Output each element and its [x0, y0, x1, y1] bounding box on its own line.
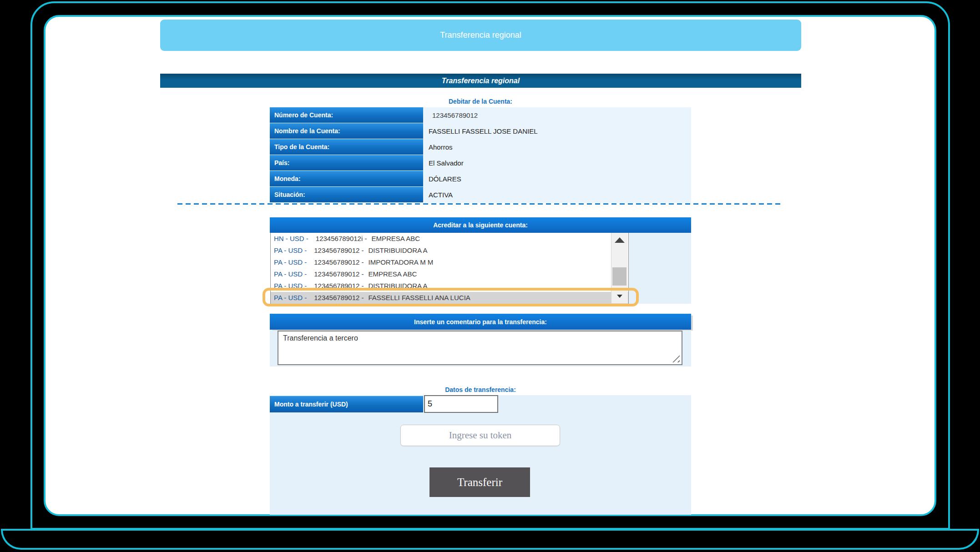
row-value: Ahorros: [423, 139, 691, 155]
row-value: El Salvador: [423, 155, 691, 171]
row-label: Número de Cuenta:: [270, 107, 423, 123]
debit-section-title: Debitar de la Cuenta:: [270, 98, 691, 105]
account-option-name: IMPORTADORA M M: [369, 258, 434, 266]
page-banner: Transferencia regional: [160, 20, 801, 51]
account-option-number: 123456789012 -: [314, 246, 364, 254]
transfer-button[interactable]: Transferir: [429, 467, 530, 497]
credit-section-title: Acreditar a la siguiente cuenta:: [433, 221, 528, 229]
page-banner-title: Transferencia regional: [440, 30, 521, 40]
transfer-section-title: Datos de transferencia:: [270, 386, 691, 393]
row-label: Moneda:: [270, 171, 423, 187]
row-value: ACTIVA: [423, 187, 691, 203]
account-option-prefix: PA - USD -: [274, 270, 307, 278]
row-value: FASSELLI FASSELL JOSE DANIEL: [423, 123, 691, 139]
section-title-text: Transferencia regional: [442, 77, 520, 85]
dashed-separator: [177, 203, 782, 205]
table-row: Nombre de la Cuenta: FASSELLI FASSELL JO…: [270, 123, 691, 139]
comment-textarea[interactable]: Transferencia a tercero: [278, 331, 682, 365]
row-label: Nombre de la Cuenta:: [270, 123, 423, 139]
credit-section-header: Acreditar a la siguiente cuenta:: [270, 217, 691, 233]
account-option-number: 123456789012 -: [314, 258, 364, 266]
laptop-base: [1, 529, 979, 550]
account-option-prefix: PA - USD -: [274, 258, 307, 266]
token-input[interactable]: [400, 425, 560, 446]
account-option[interactable]: PA - USD -123456789012 -IMPORTADORA M M: [271, 256, 628, 268]
account-option-name: DISTRIBUIDORA A: [369, 246, 428, 254]
table-row: Número de Cuenta: 123456789012: [270, 107, 691, 123]
table-row: País: El Salvador: [270, 155, 691, 171]
section-title-bar: Transferencia regional: [160, 74, 801, 88]
account-option[interactable]: HN - USD -123456789012i -EMPRESA ABC: [271, 233, 628, 245]
scrollbar-thumb[interactable]: [612, 267, 626, 286]
comment-section-title: Inserte un comentario para la transferen…: [414, 318, 547, 326]
table-row: Tipo de la Cuenta: Ahorros: [270, 139, 691, 155]
comment-section-header: Inserte un comentario para la transferen…: [270, 314, 691, 330]
table-row: Moneda: DÓLARES: [270, 171, 691, 187]
row-label: País:: [270, 155, 423, 171]
account-option[interactable]: PA - USD -123456789012 -EMPRESA ABC: [271, 268, 628, 280]
amount-input[interactable]: [424, 395, 498, 413]
row-value: DÓLARES: [423, 171, 691, 187]
laptop-mockup: Transferencia regional Transferencia reg…: [0, 0, 980, 552]
account-option-prefix: HN - USD -: [274, 235, 308, 242]
selected-row-highlight-ring: [263, 288, 639, 306]
account-option-number: 123456789012i -: [316, 235, 367, 242]
debit-account-table: Número de Cuenta: 123456789012 Nombre de…: [270, 107, 691, 203]
scroll-up-icon[interactable]: [615, 237, 625, 243]
account-option-name: EMPRESA ABC: [371, 235, 420, 242]
row-label: Situación:: [270, 187, 423, 203]
account-option-name: EMPRESA ABC: [369, 270, 417, 278]
row-label: Tipo de la Cuenta:: [270, 139, 423, 155]
account-option[interactable]: PA - USD -123456789012 -DISTRIBUIDORA A: [271, 245, 628, 256]
row-value: 123456789012: [423, 107, 691, 123]
table-row: Situación: ACTIVA: [270, 187, 691, 203]
account-option-prefix: PA - USD -: [274, 246, 307, 254]
amount-label: Monto a transferir (USD): [270, 396, 423, 412]
account-option-number: 123456789012 -: [314, 270, 364, 278]
